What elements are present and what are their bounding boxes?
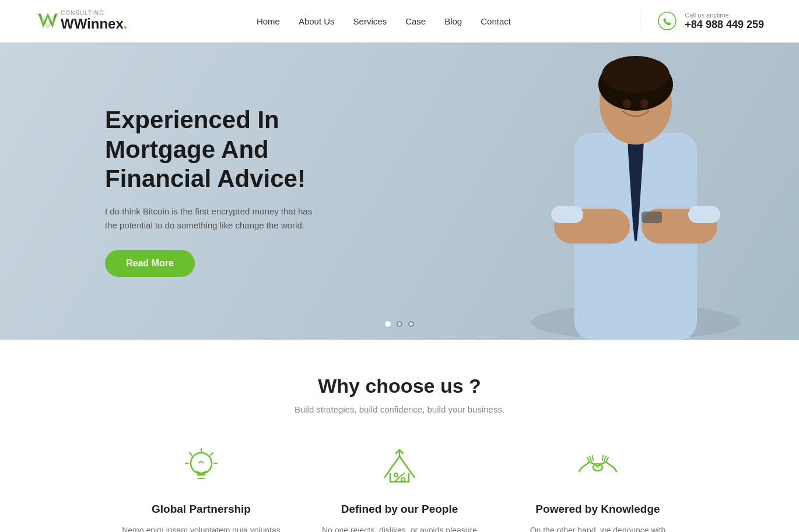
logo-name: WWinnex. [61,16,127,31]
svg-line-31 [579,468,581,471]
why-card-1-text: Nemo enim ipsam voluptatem quia voluptas… [120,524,283,532]
why-card-1-title: Global Partnership [120,503,283,516]
svg-point-27 [401,478,405,481]
why-card-3-text: On the other hand, we denounce with righ… [516,524,679,532]
house-percent-icon [376,443,423,490]
slider-dots [385,321,414,327]
why-card-people: Defined by our People No one rejects, di… [318,443,481,532]
slider-dot-3[interactable] [408,321,414,327]
slider-dot-1[interactable] [385,321,391,327]
phone-icon [658,12,677,30]
nav-home[interactable]: Home [257,16,280,26]
svg-line-20 [190,453,192,455]
svg-point-26 [394,473,398,477]
hero-content: Experienced In Mortgage And Financial Ad… [0,105,338,276]
svg-line-32 [614,468,616,471]
hero-person-image [507,43,752,340]
svg-point-18 [191,453,212,474]
slider-dot-2[interactable] [397,321,402,327]
why-choose-us-section: Why choose us ? Build strategies, build … [0,340,799,532]
nav-case[interactable]: Case [405,16,426,26]
phone-label: Call us anytime [685,12,764,19]
nav-contact[interactable]: Contact [481,16,511,26]
phone-number: +84 988 449 259 [685,19,764,31]
hero-description: I do think Bitcoin is the first encrypte… [105,205,327,232]
header: consulting WWinnex. Home About Us Servic… [0,0,799,43]
logo-icon [35,8,61,34]
svg-point-11 [623,99,631,108]
hero-cta-button[interactable]: Read More [105,250,195,277]
svg-point-2 [658,12,676,30]
why-title: Why choose us ? [23,375,776,397]
svg-rect-17 [688,206,720,223]
why-subtitle: Build strategies, build confidence, buil… [23,404,776,414]
why-cards: Global Partnership Nemo enim ipsam volup… [23,443,776,532]
svg-point-10 [602,56,670,93]
phone-info: Call us anytime +84 988 449 259 [685,12,764,31]
svg-point-12 [640,99,649,108]
why-card-2-title: Defined by our People [318,503,481,516]
why-card-knowledge: Powered by Knowledge On the other hand, … [516,443,679,532]
why-card-2-text: No one rejects, dislikes, or avoids plea… [318,524,481,532]
hero-section: Experienced In Mortgage And Financial Ad… [0,43,799,340]
svg-rect-15 [642,212,662,223]
phone-section: Call us anytime +84 988 449 259 [640,12,764,31]
nav-blog[interactable]: Blog [444,16,462,26]
logo: consulting WWinnex. [35,8,127,34]
svg-line-21 [211,453,213,455]
lightbulb-icon [178,443,225,490]
nav-about[interactable]: About Us [299,16,335,26]
nav-services[interactable]: Services [353,16,387,26]
hero-title: Experienced In Mortgage And Financial Ad… [105,105,338,193]
why-card-3-title: Powered by Knowledge [516,503,679,516]
svg-rect-16 [551,206,583,223]
svg-line-28 [395,473,404,481]
main-nav: Home About Us Services Case Blog Contact [257,16,511,26]
why-card-global-partnership: Global Partnership Nemo enim ipsam volup… [120,443,283,532]
handshake-icon [574,443,621,490]
